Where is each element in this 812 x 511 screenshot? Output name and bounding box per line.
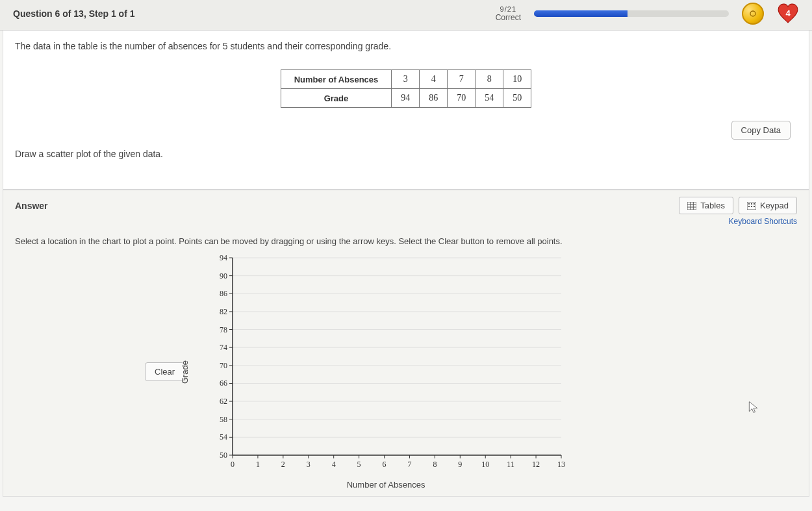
progress-fill	[534, 10, 628, 17]
row-label-absences: Number of Absences	[281, 70, 392, 89]
svg-rect-8	[751, 203, 752, 205]
cell: 70	[448, 89, 476, 108]
svg-text:5: 5	[357, 460, 361, 469]
coin-icon	[742, 3, 764, 25]
plot-hint: Select a location in the chart to plot a…	[15, 236, 797, 246]
score-block: 9/21 Correct	[496, 5, 521, 22]
y-axis-label: Grade	[180, 360, 190, 383]
question-label: Question 6 of 13, Step 1 of 1	[13, 8, 134, 19]
svg-text:50: 50	[220, 451, 227, 460]
score-fraction: 9/21	[500, 5, 516, 13]
cursor-icon	[747, 401, 760, 414]
svg-rect-10	[748, 206, 750, 207]
instruction-text: Draw a scatter plot of the given data.	[15, 149, 797, 159]
svg-text:62: 62	[220, 397, 227, 406]
lives-heart: 4	[777, 3, 799, 25]
svg-rect-1	[687, 202, 696, 210]
table-row: Number of Absences 3 4 7 8 10	[281, 70, 531, 89]
keyboard-shortcuts-link[interactable]: Keyboard Shortcuts	[15, 217, 797, 226]
svg-text:11: 11	[507, 460, 514, 469]
progress-bar	[534, 10, 729, 17]
svg-text:9: 9	[458, 460, 462, 469]
lives-count: 4	[785, 8, 790, 18]
svg-text:94: 94	[220, 254, 227, 262]
question-prompt: The data in the table is the number of a…	[15, 41, 797, 51]
svg-text:54: 54	[220, 432, 227, 442]
copy-data-button[interactable]: Copy Data	[731, 121, 791, 140]
cell: 86	[420, 89, 448, 108]
cell: 94	[392, 89, 420, 108]
svg-text:82: 82	[220, 307, 227, 316]
header-bar: Question 6 of 13, Step 1 of 1 9/21 Corre…	[0, 0, 812, 31]
svg-text:78: 78	[220, 325, 227, 334]
table-icon	[687, 202, 696, 210]
svg-text:4: 4	[332, 460, 336, 469]
chart-canvas[interactable]: 5054586266707478828690940123456789101112…	[204, 254, 568, 475]
svg-text:7: 7	[408, 460, 412, 469]
svg-rect-7	[748, 203, 750, 205]
x-axis-label: Number of Absences	[204, 480, 568, 490]
correct-label: Correct	[496, 13, 521, 22]
svg-text:2: 2	[281, 460, 285, 469]
clear-button[interactable]: Clear	[145, 362, 184, 381]
tables-button[interactable]: Tables	[679, 197, 733, 214]
cell: 10	[503, 70, 531, 89]
svg-text:86: 86	[220, 289, 227, 298]
svg-text:66: 66	[220, 379, 227, 388]
svg-rect-9	[754, 203, 755, 205]
answer-title: Answer	[15, 201, 674, 211]
row-label-grade: Grade	[281, 89, 392, 108]
svg-text:58: 58	[220, 415, 227, 424]
svg-text:70: 70	[220, 361, 227, 370]
svg-rect-12	[754, 206, 755, 207]
svg-text:6: 6	[383, 460, 387, 469]
svg-text:13: 13	[557, 460, 565, 469]
cell: 50	[503, 89, 531, 108]
svg-point-0	[750, 11, 755, 16]
cell: 8	[476, 70, 503, 89]
svg-text:1: 1	[256, 460, 260, 469]
keypad-label: Keypad	[760, 201, 789, 210]
cell: 7	[448, 70, 476, 89]
cell: 54	[476, 89, 503, 108]
svg-text:3: 3	[307, 460, 311, 469]
keypad-button[interactable]: Keypad	[739, 197, 797, 214]
svg-text:12: 12	[532, 460, 540, 469]
answer-panel: Answer Tables Keypad Keyboard Shortcuts …	[3, 190, 809, 497]
data-table: Number of Absences 3 4 7 8 10 Grade 94 8…	[281, 69, 532, 108]
cell: 4	[420, 70, 448, 89]
table-row: Grade 94 86 70 54 50	[281, 89, 531, 108]
question-panel: The data in the table is the number of a…	[3, 31, 809, 190]
svg-text:10: 10	[481, 460, 489, 469]
svg-text:74: 74	[220, 343, 227, 352]
svg-rect-11	[751, 206, 752, 207]
scatter-chart[interactable]: Grade 5054586266707478828690940123456789…	[204, 254, 568, 490]
svg-text:90: 90	[220, 271, 227, 280]
tables-label: Tables	[700, 201, 725, 210]
cell: 3	[392, 70, 420, 89]
keypad-icon	[747, 202, 756, 210]
svg-text:8: 8	[433, 460, 437, 469]
svg-text:0: 0	[231, 460, 235, 469]
